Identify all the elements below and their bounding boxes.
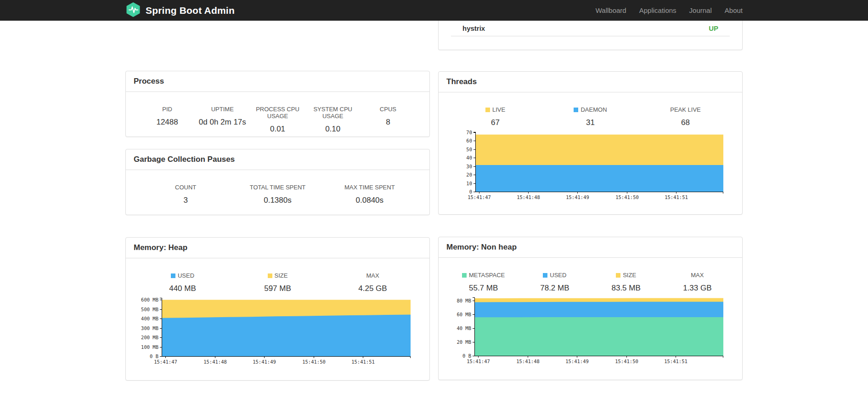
size-swatch-icon [268, 273, 272, 278]
health-row-hystrix[interactable]: hystrix UP [451, 21, 730, 36]
threads-chart: 01020304050607015:41:4715:41:4815:41:491… [439, 127, 742, 203]
legend-used: USED 440 MB [135, 272, 230, 293]
legend-peak-live: PEAK LIVE 68 [638, 106, 733, 127]
nav-journal[interactable]: Journal [683, 0, 718, 21]
svg-text:15:41:50: 15:41:50 [615, 359, 638, 364]
svg-text:15:41:50: 15:41:50 [615, 194, 639, 200]
svg-text:200 MB: 200 MB [141, 335, 158, 340]
metric-process-cpu-usage: PROCESS CPU USAGE 0.01 [250, 106, 305, 134]
process-panel-title: Process [134, 77, 164, 85]
daemon-swatch-icon [574, 108, 578, 112]
health-status-badge: UP [709, 24, 718, 32]
svg-text:30: 30 [466, 164, 472, 169]
gc-metrics: COUNT 3 TOTAL TIME SPENT 0.1380s MAX TIM… [126, 170, 429, 205]
svg-text:60 MB: 60 MB [457, 312, 471, 317]
svg-text:15:41:51: 15:41:51 [664, 359, 688, 364]
legend-value: 4.25 GB [325, 284, 420, 293]
legend-value: 31 [543, 118, 638, 127]
svg-text:15:41:48: 15:41:48 [516, 359, 540, 364]
metric-gc-total-time: TOTAL TIME SPENT 0.1380s [231, 184, 323, 205]
svg-text:400 MB: 400 MB [141, 316, 158, 321]
nav-wallboard[interactable]: Wallboard [589, 0, 633, 21]
metric-label: COUNT [140, 184, 231, 191]
legend-value: 78.2 MB [519, 284, 590, 293]
memory-heap-panel-heading: Memory: Heap [126, 238, 429, 258]
legend-label: METASPACE [469, 272, 505, 279]
svg-text:15:41:49: 15:41:49 [565, 359, 589, 364]
svg-text:0 B: 0 B [150, 353, 158, 359]
svg-text:10: 10 [466, 181, 472, 186]
threads-panel: Threads LIVE 67 DAEMON 31 PEAK LIVE 68 0… [438, 71, 743, 215]
svg-text:70: 70 [466, 130, 472, 135]
legend-size: SIZE 83.5 MB [591, 272, 662, 293]
legend-value: 597 MB [230, 284, 325, 293]
memory-nonheap-panel: Memory: Non heap METASPACE 55.7 MB USED … [438, 237, 743, 380]
main-content: Process PID 12488 UPTIME 0d 0h 2m 17s PR… [125, 21, 743, 381]
svg-text:100 MB: 100 MB [141, 344, 158, 350]
legend-value: 1.33 GB [662, 284, 733, 293]
svg-text:15:41:51: 15:41:51 [665, 194, 688, 200]
threads-panel-title: Threads [446, 77, 477, 86]
legend-value: 67 [448, 118, 543, 127]
svg-text:300 MB: 300 MB [141, 325, 158, 331]
metric-value: 0d 0h 2m 17s [195, 118, 250, 127]
metric-value: 0.1380s [231, 196, 323, 205]
svg-text:0 B: 0 B [462, 353, 471, 359]
process-metrics: PID 12488 UPTIME 0d 0h 2m 17s PROCESS CP… [126, 92, 429, 134]
metric-label: TOTAL TIME SPENT [231, 184, 323, 191]
memory-nonheap-chart: 0 B20 MB40 MB60 MB80 MB15:41:4715:41:481… [439, 293, 742, 367]
metric-value: 0.01 [250, 125, 305, 134]
svg-text:50: 50 [466, 147, 472, 152]
metric-gc-count: COUNT 3 [140, 184, 231, 205]
memory-nonheap-panel-heading: Memory: Non heap [439, 237, 742, 258]
metric-gc-max-time: MAX TIME SPENT 0.0840s [324, 184, 416, 205]
metric-label: PID [140, 106, 195, 113]
legend-label: PEAK LIVE [670, 106, 700, 113]
brand[interactable]: Spring Boot Admin [125, 2, 235, 19]
legend-used: USED 78.2 MB [519, 272, 590, 293]
metric-pid: PID 12488 [140, 106, 195, 134]
metric-value: 3 [140, 196, 231, 205]
legend-label: MAX [366, 272, 379, 279]
metric-value: 0.10 [305, 125, 361, 134]
svg-text:15:41:49: 15:41:49 [253, 359, 276, 364]
gc-panel-heading: Garbage Collection Pauses [126, 149, 429, 170]
size-swatch-icon [616, 273, 620, 278]
legend-label: USED [178, 272, 194, 279]
svg-text:15:41:48: 15:41:48 [517, 194, 540, 200]
legend-max: MAX 1.33 GB [662, 272, 733, 293]
metric-label: PROCESS CPU USAGE [250, 106, 305, 120]
legend-value: 68 [638, 118, 733, 127]
svg-text:15:41:47: 15:41:47 [467, 359, 490, 364]
memory-heap-legend: USED 440 MB SIZE 597 MB MAX 4.25 GB [126, 258, 429, 293]
legend-max: MAX 4.25 GB [325, 272, 420, 293]
brand-title: Spring Boot Admin [146, 5, 235, 16]
health-service-name: hystrix [462, 24, 485, 32]
legend-label: LIVE [492, 106, 505, 113]
memory-nonheap-panel-title: Memory: Non heap [446, 243, 517, 251]
legend-label: MAX [691, 272, 704, 279]
memory-heap-panel: Memory: Heap USED 440 MB SIZE 597 MB MAX… [125, 237, 430, 381]
nav-about[interactable]: About [718, 0, 743, 21]
svg-text:40: 40 [466, 155, 472, 160]
memory-heap-chart: 0 B100 MB200 MB300 MB400 MB500 MB600 MB1… [126, 293, 429, 367]
nav-applications[interactable]: Applications [633, 0, 683, 21]
legend-size: SIZE 597 MB [230, 272, 325, 293]
svg-text:15:41:47: 15:41:47 [154, 359, 177, 364]
svg-text:15:41:49: 15:41:49 [566, 194, 589, 200]
svg-text:20: 20 [466, 172, 472, 177]
right-column: hystrix UP Threads LIVE 67 DAEMON 31 PEA… [438, 21, 743, 380]
legend-label: USED [550, 272, 566, 279]
metric-label: CPUS [361, 106, 416, 113]
used-swatch-icon [171, 273, 175, 278]
used-swatch-icon [543, 273, 547, 278]
svg-text:15:41:48: 15:41:48 [203, 359, 227, 364]
metric-system-cpu-usage: SYSTEM CPU USAGE 0.10 [305, 106, 361, 134]
svg-text:500 MB: 500 MB [141, 307, 158, 312]
legend-label: SIZE [275, 272, 288, 279]
legend-label: SIZE [623, 272, 636, 279]
metaspace-swatch-icon [462, 273, 467, 278]
legend-live: LIVE 67 [448, 106, 543, 127]
metric-label: UPTIME [195, 106, 250, 113]
metric-label: SYSTEM CPU USAGE [305, 106, 361, 120]
